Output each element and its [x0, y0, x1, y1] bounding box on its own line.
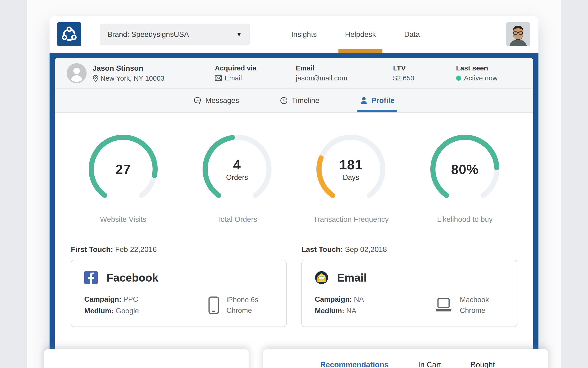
last-touch-block: Last Touch: Sep 02,2018 — [301, 233, 517, 327]
brand-selector-label: Brand: SpeedysignsUSA — [107, 30, 189, 39]
user-photo — [506, 22, 530, 46]
tab-recommendations[interactable]: Recommendations — [320, 360, 388, 368]
profile-person-icon — [360, 97, 368, 104]
customer-panel: Jason Stinson New York, NY 10003 Acquire… — [50, 53, 538, 368]
app-window: Brand: SpeedysignsUSA ▼ Insights Helpdes… — [50, 16, 538, 368]
gauge-value: 4 — [233, 157, 241, 172]
acquired-via-column: Acquired via Email — [215, 64, 296, 82]
customer-tabs: Messages Timeline Profile — [55, 89, 533, 113]
bottom-left-card — [44, 349, 249, 368]
envelope-icon — [215, 75, 222, 81]
nav-item-label: Helpdesk — [345, 30, 376, 39]
campaign-value: NA — [354, 295, 364, 303]
email-label: Email — [296, 64, 393, 72]
email-value: jason@mail.com — [296, 74, 347, 82]
main-nav: Insights Helpdesk Data — [277, 16, 434, 53]
last-seen-value: Active now — [464, 74, 498, 82]
customer-avatar — [67, 63, 87, 83]
medium-value: NA — [346, 307, 356, 315]
ltv-value: $2,650 — [393, 74, 414, 82]
tab-label: Timeline — [292, 96, 319, 105]
clock-icon — [280, 97, 288, 104]
device-browser: Chrome — [226, 305, 258, 316]
gauge-sub-label: Days — [343, 173, 359, 182]
gauge-caption: Total Orders — [187, 215, 287, 224]
last-touch-source: Email — [337, 271, 367, 284]
ltv-column: LTV $2,650 — [393, 64, 456, 82]
ltv-label: LTV — [393, 64, 456, 72]
device-browser: Chrome — [460, 305, 489, 316]
tab-label: Messages — [205, 96, 239, 105]
touch-section: First Touch: Feb 22,2016 Facebook — [55, 233, 533, 327]
campaign-label: Campaign: — [315, 295, 352, 303]
email-channel-icon — [315, 271, 328, 284]
smartphone-icon — [208, 296, 219, 314]
campaign-value: PPC — [123, 295, 138, 303]
tab-in-cart[interactable]: In Cart — [418, 360, 441, 368]
brand-selector-dropdown[interactable]: Brand: SpeedysignsUSA ▼ — [100, 24, 250, 45]
nav-item-helpdesk[interactable]: Helpdesk — [331, 16, 390, 53]
gauge-value: 80% — [451, 162, 479, 177]
user-avatar[interactable] — [506, 22, 530, 46]
person-placeholder-icon — [67, 63, 87, 83]
tab-profile[interactable]: Profile — [360, 89, 395, 112]
nav-item-insights[interactable]: Insights — [277, 16, 331, 53]
chevron-down-icon: ▼ — [236, 31, 242, 38]
online-status-dot — [456, 75, 461, 81]
first-touch-block: First Touch: Feb 22,2016 Facebook — [71, 233, 287, 327]
app-logo[interactable] — [57, 22, 81, 46]
top-navigation-bar: Brand: SpeedysignsUSA ▼ Insights Helpdes… — [50, 16, 538, 53]
acquired-via-value: Email — [225, 74, 242, 82]
laptop-icon — [435, 298, 452, 313]
gauge-caption: Transaction Frequency — [301, 215, 401, 224]
cycle-logo-icon — [60, 25, 78, 43]
nav-item-data[interactable]: Data — [390, 16, 434, 53]
nav-item-label: Insights — [291, 30, 317, 39]
device-model: Macbook — [460, 294, 489, 305]
gauge-value: 181 — [339, 157, 362, 172]
gauge-transaction-frequency: 181 Days Transaction Frequency — [301, 132, 401, 224]
tab-timeline[interactable]: Timeline — [280, 89, 319, 112]
gauge-total-orders: 4 Orders Total Orders — [187, 132, 287, 224]
last-seen-column: Last seen Active now — [456, 64, 533, 82]
medium-value: Google — [116, 307, 139, 315]
speech-bubble-icon — [193, 97, 202, 104]
customer-name: Jason Stinson — [93, 64, 164, 73]
tab-label: Profile — [372, 96, 395, 105]
kpi-gauges: 27 Website Visits 4 Orders — [55, 113, 533, 224]
last-touch-date: Sep 02,2018 — [345, 245, 387, 254]
first-touch-card: Facebook Campaign: PPC Medium: Google — [71, 260, 287, 327]
bottom-right-card: Recommendations In Cart Bought — [263, 349, 548, 368]
gauge-caption: Website Visits — [73, 215, 173, 224]
location-pin-icon — [93, 75, 99, 82]
tab-bought[interactable]: Bought — [471, 360, 495, 368]
section-divider — [55, 331, 533, 331]
campaign-label: Campaign: — [84, 295, 121, 303]
gauge-caption: Likelihood to buy — [415, 215, 515, 224]
facebook-icon — [84, 271, 98, 284]
gauge-website-visits: 27 Website Visits — [73, 132, 173, 224]
tab-label: Bought — [471, 360, 495, 368]
gauge-value: 27 — [115, 162, 131, 177]
acquired-via-label: Acquired via — [215, 64, 296, 72]
last-touch-card: Email Campaign: NA Medium: NA — [301, 260, 517, 327]
tab-label: Recommendations — [320, 360, 388, 368]
first-touch-date: Feb 22,2016 — [115, 245, 157, 254]
tab-messages[interactable]: Messages — [193, 89, 239, 112]
medium-label: Medium: — [315, 307, 344, 315]
last-seen-label: Last seen — [456, 64, 533, 72]
tab-label: In Cart — [418, 360, 441, 368]
first-touch-label: First Touch: — [71, 245, 113, 254]
gauge-sub-label: Orders — [226, 173, 248, 182]
first-touch-source: Facebook — [106, 271, 158, 284]
medium-label: Medium: — [84, 307, 114, 315]
device-model: iPhone 6s — [226, 294, 258, 305]
email-column: Email jason@mail.com — [296, 64, 393, 82]
customer-summary-row: Jason Stinson New York, NY 10003 Acquire… — [55, 58, 533, 89]
gauge-likelihood-to-buy: 80% Likelihood to buy — [415, 132, 515, 224]
customer-location: New York, NY 10003 — [100, 74, 164, 82]
nav-item-label: Data — [404, 30, 420, 39]
last-touch-label: Last Touch: — [301, 245, 343, 254]
